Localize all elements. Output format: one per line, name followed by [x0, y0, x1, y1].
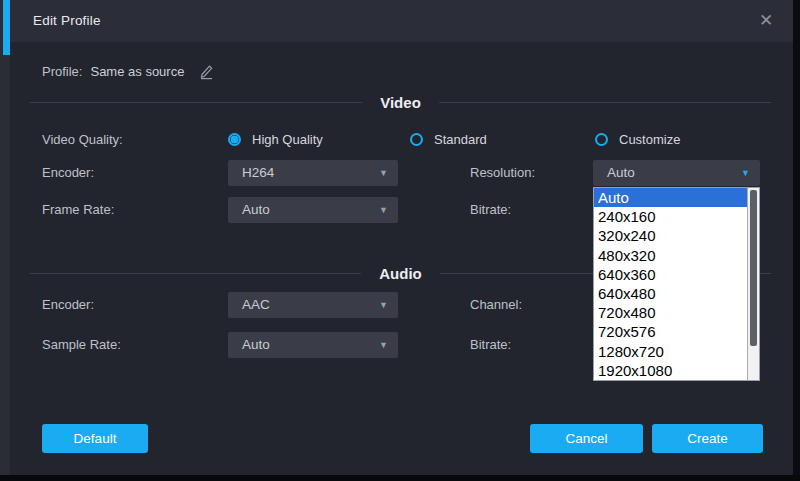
underlying-window-bottom [0, 475, 800, 481]
profile-value: Same as source [90, 64, 184, 79]
radio-selected-icon [228, 133, 241, 146]
scrollbar-thumb[interactable] [750, 190, 757, 346]
select-value: Auto [242, 332, 270, 358]
radio-unselected-icon [410, 133, 423, 146]
create-button[interactable]: Create [652, 424, 763, 453]
dropdown-option[interactable]: 720x480 [594, 303, 747, 322]
dropdown-option[interactable]: 640x480 [594, 284, 747, 303]
dialog-titlebar: Edit Profile ✕ [10, 0, 793, 42]
divider [439, 102, 771, 103]
cancel-button[interactable]: Cancel [530, 424, 643, 453]
radio-high-quality[interactable]: High Quality [228, 131, 323, 148]
chevron-down-icon: ▼ [379, 197, 388, 223]
section-title-video: Video [362, 94, 439, 111]
accent-strip [3, 0, 10, 55]
samplerate-label: Sample Rate: [42, 332, 121, 358]
samplerate-select[interactable]: Auto ▼ [228, 332, 398, 358]
resolution-dropdown-popup: Auto 240x160 320x240 480x320 640x360 640… [593, 187, 760, 381]
framerate-label: Frame Rate: [42, 197, 114, 223]
dropdown-option[interactable]: 240x160 [594, 207, 747, 226]
video-quality-label: Video Quality: [42, 127, 123, 153]
section-title-audio: Audio [361, 265, 440, 282]
dropdown-options-list: Auto 240x160 320x240 480x320 640x360 640… [594, 188, 747, 380]
radio-standard[interactable]: Standard [410, 131, 487, 148]
select-value: H264 [242, 160, 274, 186]
dropdown-option[interactable]: Auto [594, 188, 747, 207]
radio-label: High Quality [252, 132, 323, 147]
dropdown-option[interactable]: 480x320 [594, 246, 747, 265]
radio-label: Standard [434, 132, 487, 147]
select-value: AAC [242, 292, 270, 318]
radio-customize[interactable]: Customize [595, 131, 680, 148]
dialog-title: Edit Profile [33, 0, 101, 42]
dropdown-option[interactable]: 1280x720 [594, 342, 747, 361]
select-value: Auto [607, 160, 635, 186]
resolution-label: Resolution: [470, 160, 535, 186]
edit-pencil-icon[interactable] [198, 63, 215, 80]
dropdown-option[interactable]: 1920x1080 [594, 361, 747, 380]
select-value: Auto [242, 197, 270, 223]
video-encoder-select[interactable]: H264 ▼ [228, 160, 398, 186]
radio-unselected-icon [595, 133, 608, 146]
audio-encoder-label: Encoder: [42, 292, 94, 318]
channel-label: Channel: [470, 292, 522, 318]
resolution-select[interactable]: Auto ▼ [593, 160, 760, 186]
dropdown-scrollbar[interactable] [747, 188, 759, 380]
video-encoder-label: Encoder: [42, 160, 94, 186]
chevron-down-icon: ▼ [379, 332, 388, 358]
default-button[interactable]: Default [42, 424, 148, 453]
dropdown-option[interactable]: 640x360 [594, 265, 747, 284]
profile-row: Profile: Same as source [42, 58, 215, 84]
profile-label: Profile: [42, 64, 82, 79]
audio-encoder-select[interactable]: AAC ▼ [228, 292, 398, 318]
video-bitrate-label: Bitrate: [470, 197, 511, 223]
chevron-down-icon: ▼ [379, 292, 388, 318]
divider [30, 102, 362, 103]
divider [30, 273, 361, 274]
chevron-down-icon: ▼ [379, 160, 388, 186]
chevron-down-icon: ▼ [741, 160, 750, 186]
dropdown-option[interactable]: 320x240 [594, 226, 747, 245]
dropdown-option[interactable]: 720x576 [594, 322, 747, 341]
screen: Edit Profile ✕ Profile: Same as source V… [0, 0, 800, 481]
framerate-select[interactable]: Auto ▼ [228, 197, 398, 223]
audio-bitrate-label: Bitrate: [470, 332, 511, 358]
underlying-window-edge [0, 0, 10, 475]
section-header-video: Video [30, 94, 771, 111]
radio-label: Customize [619, 132, 680, 147]
close-icon[interactable]: ✕ [753, 8, 779, 34]
